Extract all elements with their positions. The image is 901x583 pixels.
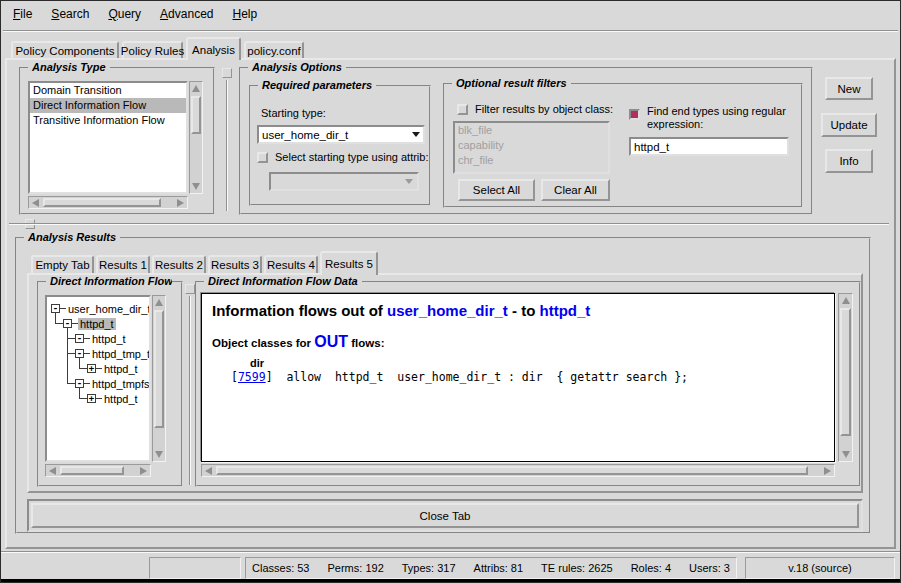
chevron-down-icon	[405, 179, 413, 184]
scroll-up-icon[interactable]	[842, 297, 850, 304]
tree-expand-icon[interactable]: -	[63, 319, 72, 328]
scrollbar-thumb[interactable]	[216, 466, 808, 475]
tree-expand-icon[interactable]: -	[75, 379, 84, 388]
flow-tree-vscrollbar[interactable]	[152, 295, 166, 462]
flow-data-textarea[interactable]: Information flows out of user_home_dir_t…	[201, 293, 835, 462]
tree-connector	[67, 328, 68, 383]
scroll-right-icon[interactable]	[140, 467, 147, 475]
menu-search[interactable]: Search	[51, 7, 89, 21]
starting-type-combobox[interactable]: user_home_dir_t	[257, 125, 425, 144]
window-bottom-edge	[1, 579, 900, 582]
tree-node-label[interactable]: httpd_t	[102, 393, 140, 405]
scroll-left-icon[interactable]	[205, 467, 212, 475]
analysis-results-legend: Analysis Results	[24, 231, 120, 243]
update-button[interactable]: Update	[821, 113, 877, 137]
scroll-right-icon[interactable]	[824, 467, 831, 475]
tab-policy-conf[interactable]: policy.conf	[244, 41, 304, 59]
tab-policy-rules[interactable]: Policy Rules	[122, 41, 183, 59]
tree-node-label[interactable]: httpd_tmp_t	[90, 348, 151, 360]
analysis-type-hscrollbar[interactable]	[28, 196, 188, 209]
tab-empty-tab[interactable]: Empty Tab	[31, 255, 94, 273]
object-class-checkbox[interactable]	[457, 104, 468, 115]
tree-connector	[67, 353, 75, 354]
scrollbar-thumb[interactable]	[154, 310, 164, 428]
statusbar-empty-panel	[149, 557, 241, 579]
regex-input[interactable]	[629, 137, 789, 156]
rule-bracket-close: ]	[266, 370, 273, 384]
scrollbar-thumb[interactable]	[60, 466, 124, 475]
result-object-class: dir	[250, 357, 824, 369]
vertical-sash-handle[interactable]	[222, 68, 232, 78]
tab-analysis[interactable]: Analysis	[186, 37, 241, 60]
regex-checkbox[interactable]	[629, 109, 640, 120]
menubar: File Search Query Advanced Help	[13, 7, 276, 21]
menu-advanced[interactable]: Advanced	[160, 7, 213, 21]
scrollbar-thumb[interactable]	[840, 308, 851, 436]
menu-help[interactable]: Help	[232, 7, 257, 21]
analysis-type-vscrollbar[interactable]	[189, 81, 203, 194]
rule-number-link[interactable]: 7599	[238, 370, 266, 384]
clear-all-button[interactable]: Clear All	[541, 179, 610, 201]
menu-help-label: elp	[241, 7, 257, 21]
tree-node-label[interactable]: user_home_dir_t	[66, 303, 151, 315]
result-target-type: httpd_t	[540, 302, 591, 319]
tree-node-label[interactable]: httpd_t	[78, 318, 116, 330]
tree-expand-icon[interactable]: +	[87, 394, 96, 403]
vertical-sash-line[interactable]	[226, 80, 228, 211]
horizontal-sash-line[interactable]	[9, 223, 889, 225]
list-item-transitive-information-flow[interactable]: Transitive Information Flow	[30, 113, 186, 128]
select-all-button[interactable]: Select All	[458, 179, 535, 201]
regex-checkbox-label: Find end types using regular expression:	[647, 105, 799, 131]
tab-policy-components[interactable]: Policy Components	[11, 41, 119, 59]
flow-data-vscrollbar[interactable]	[838, 293, 853, 462]
tab-results-3-label: Results 3	[211, 259, 259, 271]
new-button[interactable]: New	[825, 77, 873, 100]
menu-file[interactable]: File	[13, 7, 32, 21]
tab-results-5[interactable]: Results 5	[320, 251, 378, 275]
flow-data-hscrollbar[interactable]	[201, 464, 835, 477]
scroll-right-icon[interactable]	[177, 199, 184, 207]
tab-results-3[interactable]: Results 3	[208, 255, 262, 273]
clear-all-label: Clear All	[554, 184, 597, 196]
tree-connector	[79, 398, 87, 399]
tree-node-label[interactable]: httpd_t	[102, 363, 140, 375]
tab-results-4[interactable]: Results 4	[264, 255, 318, 273]
tree-expand-icon[interactable]: +	[87, 364, 96, 373]
starting-type-value: user_home_dir_t	[262, 129, 412, 141]
info-button[interactable]: Info	[825, 149, 873, 173]
tab-policy-rules-label: Policy Rules	[121, 45, 184, 57]
result-flow-direction: OUT	[314, 333, 348, 350]
scroll-up-icon[interactable]	[155, 299, 163, 306]
results-sash-line[interactable]	[189, 296, 191, 485]
menu-query[interactable]: Query	[108, 7, 141, 21]
scroll-down-icon[interactable]	[192, 183, 200, 190]
tree-node-label[interactable]: httpd_tmpfs_t	[90, 378, 151, 390]
tab-results-2[interactable]: Results 2	[152, 255, 206, 273]
scrollbar-thumb[interactable]	[43, 198, 161, 207]
close-tab-button[interactable]: Close Tab	[31, 503, 859, 528]
tree-node-label[interactable]: httpd_t	[90, 333, 128, 345]
rule-bracket-open: [	[231, 370, 238, 384]
scroll-left-icon[interactable]	[32, 199, 39, 207]
tab-analysis-label: Analysis	[192, 44, 235, 56]
scrollbar-thumb[interactable]	[191, 96, 201, 134]
scroll-left-icon[interactable]	[49, 467, 56, 475]
tab-results-4-label: Results 4	[267, 259, 315, 271]
attrib-checkbox[interactable]	[257, 152, 268, 163]
scroll-down-icon[interactable]	[842, 451, 850, 458]
list-item-direct-information-flow[interactable]: Direct Information Flow	[30, 98, 186, 113]
chevron-down-icon[interactable]	[412, 132, 420, 137]
results-sash-handle[interactable]	[185, 284, 195, 294]
scroll-down-icon[interactable]	[155, 451, 163, 458]
stat-attribs: Attribs: 81	[474, 562, 524, 574]
object-class-checkbox-label: Filter results by object class:	[475, 103, 613, 115]
list-item-domain-transition[interactable]: Domain Transition	[30, 83, 186, 98]
scroll-up-icon[interactable]	[192, 85, 200, 92]
tab-results-1[interactable]: Results 1	[96, 255, 150, 273]
tree-expand-icon[interactable]: -	[51, 304, 60, 313]
flow-tree-hscrollbar[interactable]	[45, 464, 151, 477]
tree-expand-icon[interactable]: -	[75, 334, 84, 343]
new-button-label: New	[837, 83, 860, 95]
tree-expand-icon[interactable]: -	[75, 349, 84, 358]
result-title-prefix: Information flows out of	[212, 302, 387, 319]
